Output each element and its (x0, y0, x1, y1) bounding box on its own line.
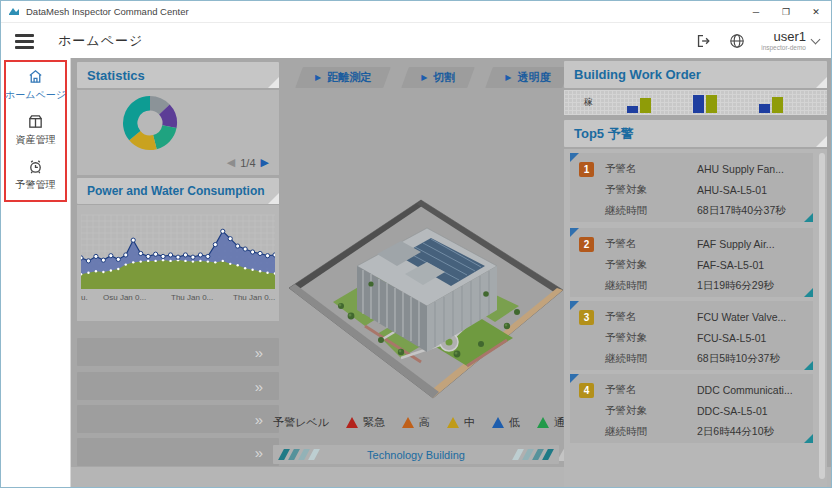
work-order-bar-group (693, 95, 717, 113)
triangle-icon (492, 417, 504, 428)
sidebar-item-alerts[interactable]: 予警管理 (16, 158, 56, 192)
maximize-button[interactable]: ❐ (771, 1, 801, 23)
triangle-icon (346, 417, 358, 428)
statistics-header: Statistics (77, 62, 279, 88)
home-icon (27, 68, 44, 85)
alert-card-4[interactable]: 4 予警名DDC Communicati... 予警対象DDC-SA-L5-01… (570, 374, 813, 443)
play-icon: ▶ (505, 73, 511, 82)
card-corner-flag-icon (570, 228, 579, 237)
alert-duration-value: 68日5時10分37秒 (697, 352, 780, 366)
work-order-header: Building Work Order (564, 61, 827, 88)
play-icon: ▶ (421, 73, 427, 82)
legend-item-medium: 中 (447, 415, 475, 430)
triangle-icon (447, 417, 459, 428)
collapsed-widget-1[interactable]: » (77, 338, 279, 366)
section-cut-button[interactable]: ▶ 切割 (405, 67, 471, 88)
rank-badge: 1 (579, 162, 594, 177)
app-logo-icon (8, 6, 20, 18)
legend-title: 予警レベル (273, 415, 329, 430)
alert-duration-label: 継続時間 (605, 352, 647, 366)
work-order-panel: Building Work Order 稼 (564, 61, 827, 115)
work-order-bar-group (627, 98, 651, 113)
alert-duration-value: 68日17時40分37秒 (697, 204, 786, 218)
card-corner-flag-icon (570, 301, 579, 310)
logout-icon[interactable] (693, 31, 713, 51)
rank-badge: 2 (579, 237, 594, 252)
work-order-bar-group (759, 97, 783, 113)
card-corner-triangle-icon (804, 434, 813, 443)
alarm-clock-icon (27, 158, 44, 175)
card-corner-flag-icon (570, 153, 579, 162)
collapsed-widget-2[interactable]: » (77, 372, 279, 400)
work-order-chart: 稼 (564, 90, 827, 115)
page-next-icon[interactable]: ▶ (261, 156, 269, 169)
sidebar: ホームページ 資産管理 予警管理 (1, 58, 71, 487)
alert-duration-label: 継続時間 (605, 279, 647, 293)
alert-card-1[interactable]: 1 予警名AHU Supply Fan... 予警対象AHU-SA-L5-01 … (570, 153, 813, 222)
alert-target-value: FAF-SA-L5-01 (697, 259, 764, 271)
tool-label: 距離測定 (327, 70, 371, 85)
collapsed-widget-3[interactable]: » (77, 405, 279, 433)
language-globe-icon[interactable] (727, 31, 747, 51)
power-water-panel: Power and Water Consumption u.Osu Jan 0.… (77, 178, 279, 321)
legend-item-low: 低 (492, 415, 520, 430)
alert-name-label: 予警名 (605, 162, 637, 176)
sidebar-item-assets[interactable]: 資産管理 (16, 113, 56, 147)
alert-card-3[interactable]: 3 予警名FCU Water Valve... 予警対象FCU-SA-L5-01… (570, 301, 813, 370)
decor-slashes-left (281, 449, 317, 460)
alert-duration-label: 継続時間 (605, 204, 647, 218)
power-water-header: Power and Water Consumption (77, 178, 279, 204)
minimize-button[interactable]: ─ (741, 1, 771, 23)
power-water-area-chart (81, 213, 275, 291)
building-name: Technology Building (367, 449, 465, 461)
pagination: ◀ 1/4 ▶ (227, 156, 269, 169)
x-axis-label: Thu Jan 0... (171, 293, 213, 302)
window-title: DataMesh Inspector Command Center (26, 6, 189, 17)
sidebar-item-home[interactable]: ホームページ (5, 68, 66, 102)
legend-label: 中 (464, 415, 475, 430)
alert-target-value: DDC-SA-L5-01 (697, 405, 768, 417)
user-role: inspector-demo (761, 45, 806, 52)
alert-name-value: AHU Supply Fan... (697, 163, 784, 175)
alert-duration-value: 2日6時44分10秒 (697, 425, 774, 439)
triangle-icon (402, 417, 414, 428)
titlebar: DataMesh Inspector Command Center ─ ❐ ✕ (1, 1, 831, 23)
play-icon: ▶ (315, 73, 321, 82)
close-button[interactable]: ✕ (801, 1, 831, 23)
card-corner-triangle-icon (804, 213, 813, 222)
main-area: Statistics ◀ 1/4 ▶ Power and Water Consu… (71, 58, 831, 487)
appbar: ホームページ user1 inspector-demo (1, 23, 831, 58)
alert-card-2[interactable]: 2 予警名FAF Supply Air... 予警対象FAF-SA-L5-01 … (570, 228, 813, 297)
rank-badge: 3 (579, 310, 594, 325)
building-3d-model[interactable] (281, 193, 571, 405)
chart-x-axis-labels: u.Osu Jan 0...Thu Jan 0...Thu Jan 0... (81, 293, 275, 305)
alert-name-label: 予警名 (605, 310, 637, 324)
top5-scrollbar[interactable] (819, 153, 825, 479)
triangle-icon (537, 417, 549, 428)
alert-target-label: 予警対象 (605, 404, 647, 418)
measure-distance-button[interactable]: ▶ 距離測定 (299, 67, 387, 88)
legend-label: 低 (509, 415, 520, 430)
top5-alerts-panel: Top5 予警 1 予警名AHU Supply Fan... 予警対象AHU-S… (564, 120, 827, 487)
app-window: DataMesh Inspector Command Center ─ ❐ ✕ … (0, 0, 832, 488)
page-indicator: 1/4 (240, 157, 255, 169)
user-menu[interactable]: user1 inspector-demo (761, 30, 819, 52)
alert-target-value: AHU-SA-L5-01 (697, 184, 767, 196)
hamburger-menu-icon[interactable] (15, 34, 34, 52)
legend-item-high: 高 (402, 415, 430, 430)
collapsed-widget-4[interactable]: » (77, 438, 279, 466)
page-prev-icon[interactable]: ◀ (227, 156, 235, 169)
statistics-panel: Statistics ◀ 1/4 ▶ (77, 62, 279, 175)
transparency-button[interactable]: ▶ 透明度 (489, 67, 566, 88)
expand-chevrons-icon: » (255, 411, 263, 428)
alert-duration-value: 1日19時6分29秒 (697, 279, 774, 293)
x-axis-label: u. (81, 293, 88, 302)
alert-name-value: DDC Communicati... (697, 384, 793, 396)
expand-chevrons-icon: » (255, 378, 263, 395)
building-name-bar: Technology Building (273, 445, 559, 464)
alert-name-value: FAF Supply Air... (697, 238, 775, 250)
legend-label: 高 (419, 415, 430, 430)
alert-name-value: FCU Water Valve... (697, 311, 786, 323)
rank-badge: 4 (579, 383, 594, 398)
sidebar-item-label: ホームページ (5, 88, 66, 102)
